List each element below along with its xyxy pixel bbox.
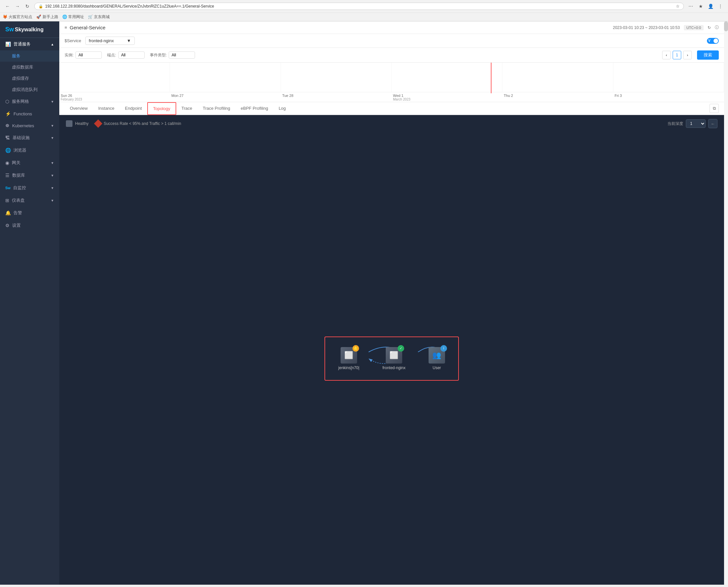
general-label: 普通服务 (14, 41, 31, 47)
sidebar-section-header-general[interactable]: 📊 普通服务 ▲ (0, 38, 59, 50)
event-select[interactable]: All (169, 51, 195, 59)
gateway-arrow: ▼ (51, 161, 54, 165)
timeline-col-5 (613, 63, 724, 92)
timeline-label-3: Wed 1 March 2023 (392, 94, 502, 101)
address-bar[interactable]: 🔒 192.168.122.28:8080/dashboard/GENERAL/… (34, 3, 684, 10)
user-cube-icon: 👥 (432, 351, 441, 359)
sidebar-section-header-db[interactable]: ☰ 数据库 ▼ (0, 169, 59, 182)
functions-icon: ⚡ (5, 111, 11, 116)
toggle-switch[interactable]: V (707, 38, 719, 44)
lock-icon: 🔒 (39, 4, 43, 8)
star-icon[interactable]: ☆ (676, 4, 680, 8)
instance-filter: 实例: All (65, 51, 102, 59)
tab-ebpf-profiling[interactable]: eBPF Profiling (236, 102, 273, 115)
back-button[interactable]: ← (3, 2, 12, 10)
depth-back-button[interactable]: ← (708, 119, 718, 128)
bookmark-newuser[interactable]: 🚀 新手上路 (36, 14, 58, 20)
timeline-label-0: Sun 26 February 2023 (59, 94, 170, 101)
tab-trace-profiling[interactable]: Trace Profiling (197, 102, 235, 115)
tab-trace[interactable]: Trace (176, 102, 198, 115)
browser-chrome: ← → ↻ 🔒 192.168.122.28:8080/dashboard/GE… (0, 0, 728, 21)
sidebar-section-header-infra[interactable]: 🏗 基础设施 ▼ (0, 132, 59, 144)
menu-button[interactable]: ⋮ (716, 2, 725, 10)
node-user[interactable]: 👥 i User (429, 347, 445, 370)
bookmark-common[interactable]: 🌐 常用网址 (62, 14, 84, 20)
refresh-button[interactable]: ↻ (23, 2, 32, 10)
timeline-label-2: Tue 28 (281, 94, 392, 101)
user-badge: i (440, 345, 447, 352)
nginx-badge: ✓ (397, 345, 404, 352)
node-fronted-nginx[interactable]: ⬜ ✓ fronted-nginx (383, 347, 406, 370)
instance-select[interactable]: All (75, 51, 102, 59)
timeline-date-2: Tue 28 (282, 94, 392, 98)
sidebar-section-header-self[interactable]: Sw 自监控 ▼ (0, 182, 59, 194)
refresh-icon[interactable]: ↻ (708, 25, 711, 30)
tab-endpoint[interactable]: Endpoint (120, 102, 147, 115)
toggle-text: V (708, 39, 710, 43)
depth-label: 当前深度 (668, 121, 683, 126)
service-bar: $Service fronted-nginx ▼ V (59, 34, 724, 48)
nginx-label: fronted-nginx (383, 366, 406, 370)
service-label: $Service (65, 38, 81, 43)
sidebar-item-virtual-cache[interactable]: 虚拟缓存 (0, 73, 59, 84)
tab-instance[interactable]: Instance (93, 102, 120, 115)
page-header: ≡ General-Service 2023-03-01 10:23 ~ 202… (59, 21, 724, 34)
extensions-button[interactable]: ⋯ (686, 2, 695, 10)
utc-badge: UTC+0:0 (684, 25, 704, 30)
timeline-label-1: Mon 27 (170, 94, 281, 101)
next-page-button[interactable]: › (683, 51, 692, 59)
browser-toolbar: ← → ↻ 🔒 192.168.122.28:8080/dashboard/GE… (0, 0, 728, 13)
event-label: 事件类型: (150, 52, 167, 58)
page-header-right: 2023-03-01 10:23 ~ 2023-03-01 10:53 UTC+… (613, 25, 719, 30)
bookmark-button[interactable]: ★ (696, 2, 705, 10)
endpoint-filter: 端点: All (107, 51, 144, 59)
legend-healthy: Healthy (66, 120, 89, 127)
infra-arrow: ▼ (51, 136, 54, 140)
timeline-col-3 (392, 63, 502, 92)
tab-overview[interactable]: Overview (65, 102, 93, 115)
browser-nav-label: 浏览器 (14, 147, 26, 153)
bookmark-jd[interactable]: 🛒 京东商城 (88, 14, 110, 20)
sidebar-section-header-functions[interactable]: ⚡ Functions (0, 108, 59, 120)
sidebar-section-header-settings[interactable]: ⚙ 设置 (0, 219, 59, 232)
topology-panel: Healthy Success Rate < 95% and Traffic >… (59, 115, 724, 585)
sidebar-section-general: 📊 普通服务 ▲ 服务 虚拟数据库 虚拟缓存 虚拟消息队列 (0, 38, 59, 95)
endpoint-label: 端点: (107, 52, 116, 58)
sidebar-section-header-alert[interactable]: 🔔 告警 (0, 207, 59, 219)
forward-button[interactable]: → (13, 2, 22, 10)
toggle-knob (713, 39, 718, 43)
tab-extra-button[interactable]: ⧉ (709, 104, 719, 113)
infra-label: 基础设施 (13, 135, 30, 141)
functions-label: Functions (14, 111, 32, 116)
info-icon[interactable]: ⓘ (715, 25, 719, 30)
sidebar-item-virtual-mq[interactable]: 虚拟消息队列 (0, 84, 59, 95)
scrollbar-thumb[interactable] (724, 21, 728, 31)
legend-dot-gray (66, 120, 72, 127)
service-select[interactable]: fronted-nginx ▼ (85, 37, 135, 45)
sidebar-section-header-k8s[interactable]: ☸ Kubernetes ▼ (0, 120, 59, 132)
depth-control: 当前深度 1 2 3 ← (668, 119, 718, 128)
search-button[interactable]: 搜索 (697, 50, 719, 60)
sidebar-item-service[interactable]: 服务 (0, 50, 59, 62)
tab-log[interactable]: Log (273, 102, 291, 115)
tab-topology[interactable]: Topology (147, 102, 176, 115)
scrollbar[interactable] (724, 21, 728, 585)
sidebar-section-header-mesh[interactable]: ⬡ 服务网格 ▼ (0, 95, 59, 108)
self-arrow: ▼ (51, 186, 54, 190)
general-icon: 📊 (5, 42, 11, 47)
dash-icon: ⊞ (5, 198, 9, 203)
legend-dot-red (94, 119, 102, 127)
prev-page-button[interactable]: ‹ (662, 51, 671, 59)
timeline-sub-0: February 2023 (60, 98, 170, 101)
bookmark-firefox[interactable]: 🦊 火狐官方站点 (3, 14, 32, 20)
account-button[interactable]: 👤 (706, 2, 715, 10)
sidebar-section-header-browser[interactable]: 🌐 浏览器 (0, 144, 59, 157)
sidebar-section-header-dash[interactable]: ⊞ 仪表盘 ▼ (0, 194, 59, 207)
timeline-date-1: Mon 27 (171, 94, 281, 98)
depth-select[interactable]: 1 2 3 (686, 119, 706, 128)
node-jenkins[interactable]: ⬜ ⭐ jenkins[n70| (338, 347, 359, 370)
sidebar-item-virtual-db[interactable]: 虚拟数据库 (0, 62, 59, 73)
endpoint-select[interactable]: All (118, 51, 145, 59)
sidebar-section-header-gateway[interactable]: ◉ 网关 ▼ (0, 157, 59, 169)
event-filter: 事件类型: All (150, 51, 195, 59)
